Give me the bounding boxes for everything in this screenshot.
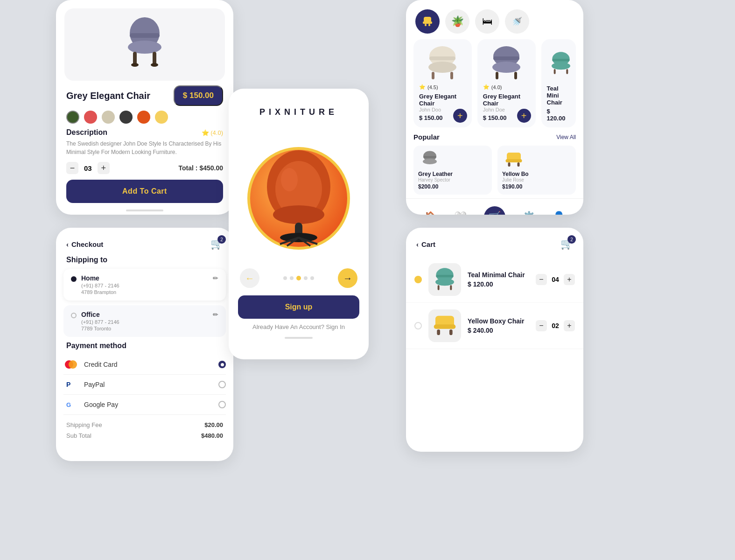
svg-rect-34: [514, 72, 517, 79]
address-home-radio: [71, 276, 77, 282]
svg-rect-1: [130, 33, 160, 38]
teal-minimal-chair-image: [428, 263, 461, 296]
cream-chair-rating: ⭐ (4.5): [419, 84, 466, 90]
address-home-street: 4789 Brampton: [81, 289, 119, 295]
payment-section-title: Payment method: [56, 342, 233, 355]
svg-rect-44: [506, 159, 522, 162]
category-tab-chair[interactable]: [415, 9, 440, 34]
products-grid: ⭐ (4.5) Grey Elegant Chair John Doo $ 15…: [406, 39, 583, 133]
svg-rect-53: [434, 324, 456, 329]
popular-item-yellow-boxy[interactable]: Yellow Bo Julie Rose $190.00: [497, 146, 576, 195]
category-tab-plant[interactable]: 🪴: [445, 9, 469, 34]
color-swatch-red[interactable]: [84, 111, 97, 124]
grey-leather-name: Grey Leather: [418, 171, 453, 177]
payment-credit-card[interactable]: Credit Card: [63, 355, 226, 375]
google-pay-icon: G: [63, 399, 78, 410]
cart-back-button[interactable]: ‹ Cart: [416, 240, 435, 248]
yellow-chair-cart-name: Yellow Boxy Chair: [468, 317, 529, 325]
google-pay-label: Google Pay: [84, 401, 118, 408]
cart-back-chevron-icon: ‹: [416, 240, 419, 248]
wishlist-nav-icon[interactable]: 🤍: [454, 211, 467, 215]
add-to-cart-button[interactable]: Add To Cart: [66, 180, 223, 203]
svg-point-37: [552, 62, 570, 70]
back-button[interactable]: ‹ Checkout: [66, 240, 103, 248]
svg-text:P: P: [66, 381, 70, 388]
checkout-header: ‹ Checkout 🛒 2: [56, 228, 233, 256]
category-tab-bath[interactable]: 🚿: [505, 9, 529, 34]
svg-rect-51: [450, 285, 452, 290]
yellow-boxy-author: Julie Rose: [502, 177, 524, 182]
product-card-cream-chair: ⭐ (4.5) Grey Elegant Chair John Doo $ 15…: [413, 39, 472, 127]
splash-next-button[interactable]: →: [338, 268, 357, 288]
popular-items-list: Grey Leather Harvey Spector $200.00 Yell…: [413, 146, 576, 195]
color-swatch-green[interactable]: [66, 111, 79, 124]
cart-badge-count: 2: [217, 235, 226, 244]
cart-nav-icon[interactable]: 🛒: [484, 206, 505, 215]
dot-2: [290, 276, 294, 280]
cart-item-teal-radio[interactable]: [414, 276, 422, 283]
address-home-phone: (+91) 877 - 2146: [81, 283, 119, 288]
dot-3: [296, 276, 301, 280]
payment-paypal[interactable]: P PayPal: [63, 375, 226, 395]
address-office-radio: [71, 313, 77, 318]
paypal-label: PayPal: [84, 381, 105, 388]
address-office-edit-icon[interactable]: ✏: [213, 311, 218, 318]
popular-title: Popular: [413, 133, 440, 141]
profile-nav-icon[interactable]: 👤: [553, 211, 565, 215]
sign-in-text[interactable]: Already Have An Account? Sign In: [229, 323, 369, 330]
product-title-row: Grey Elegant Chair $ 150.00: [56, 85, 233, 106]
teal-chair-increase-button[interactable]: +: [564, 274, 575, 285]
cart-header-badge-count: 2: [567, 235, 576, 244]
total-price: Total : $450.00: [179, 164, 223, 172]
color-swatch-yellow[interactable]: [155, 111, 168, 124]
payment-google-pay[interactable]: G Google Pay: [63, 395, 226, 415]
checkout-screen: ‹ Checkout 🛒 2 Shipping to Home (+91) 87…: [56, 228, 233, 461]
svg-point-8: [69, 360, 77, 369]
teal-chair-decrease-button[interactable]: −: [536, 274, 547, 285]
category-tab-bed[interactable]: 🛏: [475, 9, 499, 34]
price-badge[interactable]: $ 150.00: [174, 85, 223, 106]
color-swatch-orange[interactable]: [137, 111, 150, 124]
quantity-value: 03: [84, 164, 92, 172]
cart-icon-badge[interactable]: 🛒 2: [210, 238, 223, 250]
address-home-edit-icon[interactable]: ✏: [213, 274, 218, 282]
bottom-navigation: 🏠 🤍 🛒 ⚙️ 👤: [406, 198, 583, 215]
cart-item-yellow-radio[interactable]: [414, 322, 422, 329]
cart-title: Cart: [421, 240, 435, 248]
color-swatch-dark[interactable]: [119, 111, 133, 124]
splash-prev-button[interactable]: ←: [240, 268, 259, 288]
address-office[interactable]: Office (+91) 877 - 2146 7789 Toronto ✏: [63, 305, 226, 337]
splash-chair-area: [229, 128, 369, 268]
quantity-decrease-button[interactable]: −: [66, 162, 78, 174]
grey-chair-rating: ⭐ (4.0): [483, 84, 530, 90]
splash-dots: [283, 276, 314, 280]
yellow-chair-increase-button[interactable]: +: [564, 320, 575, 331]
svg-rect-22: [423, 21, 432, 24]
yellow-chair-decrease-button[interactable]: −: [536, 320, 547, 331]
svg-rect-46: [518, 162, 520, 167]
yellow-boxy-chair-image: [428, 309, 461, 342]
home-nav-icon[interactable]: 🏠: [424, 211, 437, 215]
svg-rect-38: [553, 69, 555, 74]
shipping-section-title: Shipping to: [56, 256, 233, 269]
teal-chair-cart-name: Teal Minimal Chair: [468, 271, 529, 279]
teal-mini-chair-add-button[interactable]: +: [517, 109, 531, 123]
credit-card-radio: [218, 361, 226, 368]
sign-up-button[interactable]: Sign up: [238, 295, 359, 319]
yellow-chair-qty-controls: − 02 +: [536, 320, 575, 331]
product-image-area: [64, 8, 225, 81]
svg-point-20: [281, 168, 298, 191]
cart-header-badge[interactable]: 🛒 2: [560, 238, 573, 250]
color-swatch-beige[interactable]: [102, 111, 115, 124]
settings-nav-icon[interactable]: ⚙️: [523, 211, 535, 215]
address-office-phone: (+91) 877 - 2146: [81, 319, 119, 325]
quantity-increase-button[interactable]: +: [98, 162, 110, 174]
yellow-boxy-price: $190.00: [502, 183, 522, 190]
view-all-button[interactable]: View All: [556, 134, 576, 140]
grey-elegant-chair-add-button[interactable]: +: [453, 109, 467, 123]
address-home[interactable]: Home (+91) 877 - 2146 4789 Brampton ✏: [63, 269, 226, 301]
popular-item-grey-leather[interactable]: Grey Leather Harvey Spector $200.00: [413, 146, 492, 195]
browse-screen: 🪴 🛏 🚿 ⭐ (4.5) Grey Elegant Chair John Do…: [406, 0, 583, 215]
cart-item-yellow-chair: Yellow Boxy Chair $ 240.00 − 02 +: [406, 303, 583, 349]
svg-rect-55: [449, 329, 453, 335]
